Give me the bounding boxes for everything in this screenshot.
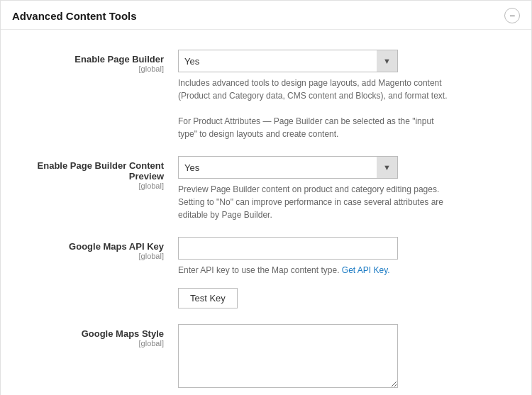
enable-page-builder-select[interactable]: Yes No — [178, 50, 398, 72]
enable-page-builder-select-wrapper: Yes No ▼ — [178, 50, 398, 72]
test-key-button-wrapper: Test Key — [178, 282, 520, 308]
advanced-content-tools-panel: Advanced Content Tools − Enable Page Bui… — [0, 0, 532, 395]
enable-preview-label-col: Enable Page Builder Content Preview [glo… — [1, 156, 178, 190]
enable-preview-select[interactable]: Yes No — [178, 156, 398, 179]
google-maps-api-key-label: Google Maps API Key — [1, 241, 164, 252]
enable-page-builder-description: Includes advanced tools to design page l… — [178, 77, 448, 140]
google-maps-style-control: Paste the Google Maps style JSON code he… — [178, 324, 520, 395]
panel-header: Advanced Content Tools − — [1, 1, 531, 30]
google-maps-style-label: Google Maps Style — [1, 328, 164, 339]
google-maps-style-scope: [global] — [1, 339, 164, 347]
google-maps-api-key-input[interactable] — [178, 237, 398, 260]
enable-page-builder-field: Enable Page Builder [global] Yes No ▼ In… — [1, 44, 531, 146]
google-maps-style-textarea[interactable] — [178, 324, 398, 388]
enable-preview-field: Enable Page Builder Content Preview [glo… — [1, 150, 531, 227]
fields-container: Enable Page Builder [global] Yes No ▼ In… — [1, 30, 531, 395]
enable-preview-description: Preview Page Builder content on product … — [178, 183, 448, 221]
enable-preview-select-wrapper: Yes No ▼ — [178, 156, 398, 179]
google-maps-api-key-scope: [global] — [1, 252, 164, 260]
google-maps-style-field: Google Maps Style [global] Paste the Goo… — [1, 318, 531, 395]
enable-preview-label: Enable Page Builder Content Preview — [1, 160, 164, 182]
enable-page-builder-scope: [global] — [1, 65, 164, 73]
enable-preview-control: Yes No ▼ Preview Page Builder content on… — [178, 156, 520, 221]
collapse-icon: − — [509, 11, 515, 21]
google-maps-api-key-control: Enter API key to use the Map content typ… — [178, 237, 520, 308]
enable-page-builder-label: Enable Page Builder — [1, 54, 164, 65]
google-maps-api-key-field: Google Maps API Key [global] Enter API k… — [1, 231, 531, 314]
page-title: Advanced Content Tools — [12, 10, 137, 22]
collapse-button[interactable]: − — [504, 8, 520, 23]
get-api-key-link[interactable]: Get API Key. — [342, 265, 390, 275]
google-maps-api-key-description: Enter API key to use the Map content typ… — [178, 264, 448, 277]
enable-page-builder-control: Yes No ▼ Includes advanced tools to desi… — [178, 50, 520, 140]
enable-page-builder-label-col: Enable Page Builder [global] — [1, 50, 178, 73]
google-maps-api-key-label-col: Google Maps API Key [global] — [1, 237, 178, 260]
google-maps-style-label-col: Google Maps Style [global] — [1, 324, 178, 347]
test-key-button[interactable]: Test Key — [178, 288, 238, 308]
enable-preview-scope: [global] — [1, 182, 164, 190]
